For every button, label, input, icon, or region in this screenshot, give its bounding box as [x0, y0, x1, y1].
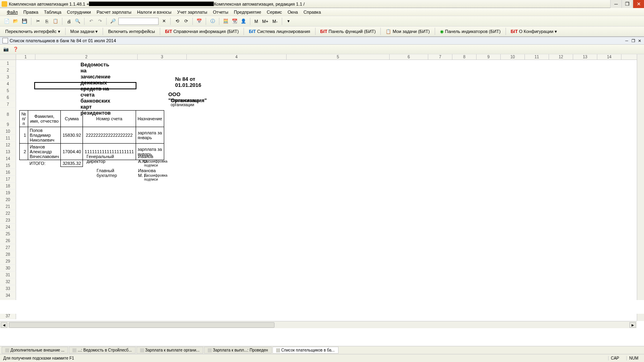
help-icon[interactable]: ❓ [12, 46, 19, 53]
spreadsheet[interactable]: 1 2 3 4 5 6 7 8 9 10 11 12 13 14 1234567… [0, 54, 644, 328]
row-number[interactable]: 20 [0, 196, 16, 203]
save-icon[interactable]: 💾 [21, 18, 28, 25]
row-number[interactable]: 21 [0, 203, 16, 210]
open-icon[interactable]: 📂 [12, 18, 19, 25]
menu-employees[interactable]: Сотрудники [64, 9, 94, 15]
func-panel-button[interactable]: БITПанель функций (БИТ) [318, 28, 379, 35]
menu-service[interactable]: Сервис [264, 9, 285, 15]
row-number[interactable]: 19 [0, 189, 16, 196]
row-number[interactable]: 34 [0, 292, 16, 299]
memory-m[interactable]: M [253, 19, 259, 24]
preview-icon[interactable]: 🔍 [74, 18, 81, 25]
redo-icon[interactable]: ↷ [96, 18, 103, 25]
col-header[interactable]: 9 [477, 54, 501, 60]
row-number[interactable]: 12 [0, 142, 16, 148]
print-icon[interactable]: 🖨 [65, 18, 72, 25]
menu-taxes[interactable]: Налоги и взносы [134, 9, 174, 15]
row-number[interactable]: 9 [0, 121, 16, 128]
scroll-thumb[interactable] [9, 322, 275, 328]
my-tasks-bit-button[interactable]: 📋Мои задачи (БИТ) [383, 28, 432, 35]
ref-info-button[interactable]: БITСправочная информация (БИТ) [162, 28, 242, 35]
calendar-icon[interactable]: 📅 [196, 18, 203, 25]
switch-interface-button[interactable]: Переключить интерфейс ▾ [2, 28, 63, 35]
row-number[interactable]: 15 [0, 162, 16, 169]
row-number[interactable]: 3 [0, 74, 16, 80]
menu-salary[interactable]: Расчет зарплаты [94, 9, 134, 15]
doc-close-icon[interactable]: ✕ [637, 38, 642, 43]
row-number[interactable]: 28 [0, 251, 16, 258]
date-icon[interactable]: 📆 [231, 18, 238, 25]
row-number[interactable]: 17 [0, 176, 16, 183]
forward-icon[interactable]: ⟳ [182, 18, 190, 25]
row-number[interactable]: 10 [0, 128, 16, 135]
row-number[interactable]: 14 [0, 155, 16, 162]
licensing-button[interactable]: БITСистема лицензирования [246, 28, 313, 35]
info-icon[interactable]: ⓘ [209, 18, 216, 25]
col-header[interactable]: 14 [597, 54, 621, 60]
minimize-button[interactable]: ─ [610, 0, 621, 8]
copy-icon[interactable]: ⎘ [43, 18, 50, 25]
col-header[interactable]: 6 [390, 54, 428, 60]
row-number[interactable]: 13 [0, 148, 16, 155]
col-header[interactable]: 7 [428, 54, 452, 60]
row-number[interactable]: 18 [0, 183, 16, 189]
row-number[interactable]: 25 [0, 230, 16, 237]
col-header[interactable]: 8 [452, 54, 477, 60]
enable-interfaces-button[interactable]: Включить интерфейсы [105, 28, 158, 35]
menu-accounting[interactable]: Учет зарплаты [174, 9, 210, 15]
col-header[interactable]: 3 [138, 54, 187, 60]
col-header[interactable]: 2 [35, 54, 138, 60]
col-header[interactable]: 4 [187, 54, 287, 60]
cut-icon[interactable]: ✂ [34, 18, 41, 25]
paste-icon[interactable]: 📋 [52, 18, 59, 25]
row-number[interactable]: 29 [0, 258, 16, 265]
row-number[interactable]: 4 [0, 80, 16, 87]
row-number[interactable]: 23 [0, 217, 16, 224]
back-icon[interactable]: ⟲ [173, 18, 181, 25]
menu-enterprise[interactable]: Предприятие [231, 9, 264, 15]
window-tab[interactable]: Зарплата к выплате органи... [136, 347, 203, 354]
doc-minimize-icon[interactable]: ─ [624, 38, 630, 43]
scroll-right-icon[interactable]: ▶ [630, 322, 636, 328]
indicator-panel-button[interactable]: ◉Панель индикаторов (БИТ) [437, 28, 504, 35]
row-number[interactable]: 8 [0, 108, 16, 121]
memory-mminus[interactable]: M- [271, 19, 279, 24]
person-icon[interactable]: 👤 [240, 18, 247, 25]
col-header[interactable]: 10 [501, 54, 525, 60]
row-number[interactable]: 1 [0, 60, 16, 67]
my-tasks-button[interactable]: Мои задачи ▾ [68, 28, 101, 35]
undo-icon[interactable]: ↶ [87, 18, 95, 25]
col-header[interactable]: 11 [525, 54, 549, 60]
row-number[interactable]: 22 [0, 210, 16, 217]
row-number[interactable]: 30 [0, 265, 16, 272]
table-row[interactable]: 1 Попов Владимир Николаевич 15830.92 222… [20, 127, 164, 144]
col-header[interactable]: 1 [16, 54, 35, 60]
row-number[interactable]: 33 [0, 285, 16, 292]
clear-search-icon[interactable]: ✕ [160, 18, 167, 25]
horizontal-scrollbar[interactable]: ◀ ▶ [0, 321, 637, 328]
row-number[interactable]: 11 [0, 135, 16, 142]
row-number[interactable]: 2 [0, 67, 16, 74]
col-header[interactable]: 12 [549, 54, 573, 60]
new-doc-icon[interactable]: 📄 [3, 18, 10, 25]
find-icon[interactable]: 🔎 [109, 18, 117, 25]
memory-mplus[interactable]: M+ [261, 19, 270, 24]
dropdown-icon[interactable]: ▾ [285, 18, 292, 25]
row-number[interactable]: 6 [0, 94, 16, 101]
menu-help[interactable]: Справка [301, 9, 324, 15]
calc-icon[interactable]: 🧮 [222, 18, 229, 25]
search-combo[interactable] [118, 18, 159, 25]
row-number[interactable]: 27 [0, 244, 16, 251]
menu-file[interactable]: Файл [4, 9, 21, 15]
menu-table[interactable]: Таблица [41, 9, 64, 15]
corner-cell[interactable] [0, 54, 16, 60]
row-number[interactable]: 24 [0, 224, 16, 230]
window-tab[interactable]: ...: Ведомость в Стройлесб... [69, 347, 135, 354]
row-number[interactable]: 7 [0, 101, 16, 108]
menu-reports[interactable]: Отчеты [210, 9, 231, 15]
about-config-button[interactable]: БITО Конфигурации ▾ [508, 28, 560, 35]
row-number[interactable]: 16 [0, 169, 16, 176]
row-number[interactable]: 5 [0, 87, 16, 94]
col-header[interactable]: 5 [287, 54, 390, 60]
window-tab[interactable]: Дополнительные внешние ... [2, 347, 68, 354]
